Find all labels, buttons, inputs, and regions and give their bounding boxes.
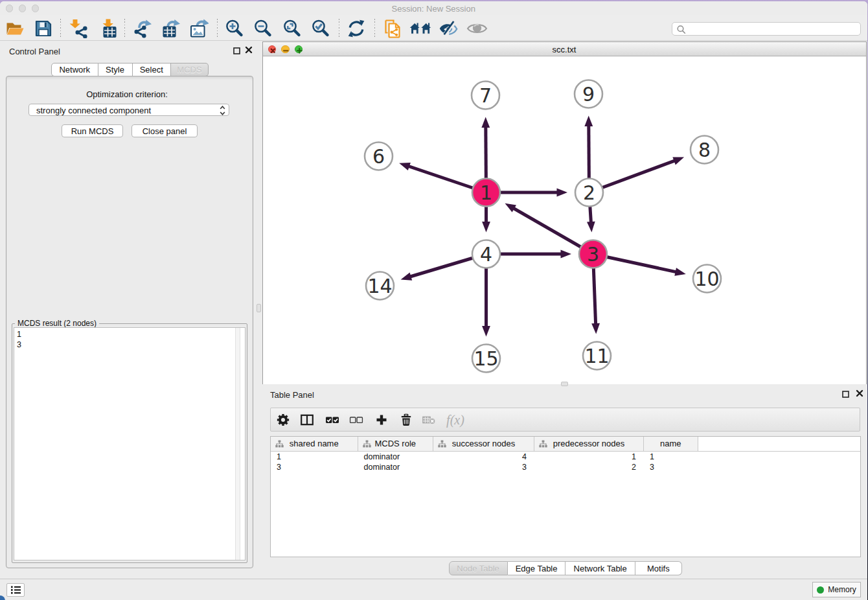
table-cell[interactable]: dominator	[364, 462, 434, 472]
node-label-4: 4	[479, 242, 492, 265]
tab-node-table[interactable]: Node Table	[449, 561, 508, 575]
zoom-fit-icon	[282, 19, 302, 38]
table-settings-button[interactable]	[277, 413, 290, 426]
hierarchy-icon	[438, 440, 446, 448]
node-1[interactable]: 1	[472, 178, 500, 206]
control-panel-close-button[interactable]	[244, 45, 253, 54]
optimization-criterion-select[interactable]: strongly connected component	[29, 104, 229, 116]
show-panels-button[interactable]	[467, 18, 488, 39]
tab-mcds[interactable]: MCDS	[171, 63, 209, 76]
export-image-button[interactable]	[188, 18, 209, 39]
node-2[interactable]: 2	[575, 178, 603, 206]
clone-network-button[interactable]	[382, 18, 403, 39]
hide-panels-button[interactable]	[438, 18, 459, 39]
trash-icon	[400, 413, 412, 426]
checked-boxes-icon	[326, 416, 339, 424]
table-cell[interactable]: 3	[433, 462, 527, 472]
node-8[interactable]: 8	[691, 135, 718, 163]
search-box[interactable]	[672, 22, 861, 36]
open-session-button[interactable]	[5, 18, 25, 39]
add-column-button[interactable]	[376, 414, 387, 426]
table-cell[interactable]: 3	[277, 462, 358, 472]
tab-style[interactable]: Style	[98, 63, 133, 76]
table-panel-float-button[interactable]	[841, 389, 851, 398]
node-9[interactable]: 9	[575, 80, 602, 108]
column-header-name[interactable]: name	[644, 437, 698, 451]
node-table[interactable]: shared name MCDS role successor nodes pr…	[270, 436, 861, 557]
float-window-icon	[233, 47, 240, 54]
combo-value: strongly connected component	[36, 106, 151, 115]
table-cell[interactable]: 1	[650, 452, 698, 462]
deselect-all-rows-button[interactable]	[350, 416, 363, 424]
tab-select[interactable]: Select	[133, 63, 172, 76]
close-panel-button[interactable]: Close panel	[131, 124, 198, 137]
close-x-icon	[856, 389, 863, 397]
table-cell[interactable]: 1	[534, 452, 636, 462]
toolbar-separator	[60, 19, 61, 37]
mcds-result-title: MCDS result (2 nodes)	[15, 319, 99, 328]
table-cell[interactable]: 4	[433, 452, 527, 462]
control-panel-float-button[interactable]	[232, 46, 241, 55]
search-input[interactable]	[688, 23, 856, 35]
zoom-selected-button[interactable]	[310, 18, 331, 39]
home-button[interactable]	[410, 18, 431, 39]
arrowhead-3-1	[505, 203, 516, 212]
zoom-fit-button[interactable]	[282, 18, 303, 39]
column-header-successor-nodes[interactable]: successor nodes	[433, 437, 534, 451]
table-cell[interactable]: 1	[277, 452, 358, 462]
mcds-result-lines: 1 3	[17, 329, 21, 350]
node-3[interactable]: 3	[579, 240, 607, 268]
zoom-out-button[interactable]	[253, 18, 273, 39]
column-header-predecessor-nodes[interactable]: predecessor nodes	[534, 437, 644, 451]
run-mcds-button[interactable]: Run MCDS	[62, 124, 123, 137]
table-panel-close-button[interactable]	[855, 389, 864, 398]
tab-edge-table[interactable]: Edge Table	[508, 561, 566, 575]
eye-icon	[466, 19, 488, 38]
vertical-split-handle[interactable]	[257, 304, 261, 312]
tab-network-table[interactable]: Network Table	[565, 561, 635, 575]
node-15[interactable]: 15	[472, 344, 500, 372]
network-canvas[interactable]: 7 9 6 8 1 2 4 3 14 10 15 11	[263, 57, 866, 384]
memory-button[interactable]: Memory	[812, 582, 861, 597]
node-10[interactable]: 10	[693, 264, 721, 292]
select-all-rows-button[interactable]	[326, 416, 339, 424]
table-cell[interactable]: 2	[534, 462, 636, 472]
mcds-result-textarea[interactable]: 1 3	[14, 327, 246, 560]
column-header-MCDS-role[interactable]: MCDS role	[358, 437, 434, 451]
node-4[interactable]: 4	[472, 240, 500, 268]
status-bar: Memory	[0, 579, 867, 600]
node-14[interactable]: 14	[366, 271, 394, 299]
delete-column-button[interactable]	[400, 413, 412, 426]
zoom-in-icon	[225, 19, 244, 38]
node-7[interactable]: 7	[472, 81, 499, 109]
export-table-button[interactable]	[160, 18, 181, 39]
node-label-7: 7	[479, 84, 491, 106]
horizontal-split-handle[interactable]	[561, 382, 568, 386]
node-6[interactable]: 6	[365, 142, 393, 170]
zoom-in-button[interactable]	[224, 18, 245, 39]
split-columns-icon	[301, 414, 314, 426]
export-network-button[interactable]	[132, 18, 153, 39]
show-columns-button[interactable]	[301, 414, 314, 426]
refresh-arrows-icon	[347, 19, 366, 38]
save-session-button[interactable]	[33, 18, 54, 39]
import-network-button[interactable]	[68, 18, 89, 39]
delete-table-icon	[422, 415, 436, 425]
refresh-button[interactable]	[346, 18, 367, 39]
table-cell[interactable]: 3	[650, 462, 698, 472]
tab-motifs[interactable]: Motifs	[635, 561, 682, 575]
node-11[interactable]: 11	[583, 341, 611, 369]
tab-network[interactable]: Network	[51, 63, 98, 76]
arrowhead-1-2	[556, 188, 567, 196]
table-cell[interactable]: dominator	[364, 452, 434, 462]
node-label-9: 9	[582, 82, 594, 105]
open-folder-icon	[5, 19, 25, 38]
column-label: name	[660, 439, 681, 448]
import-table-button[interactable]	[98, 18, 119, 39]
mcds-result-scrollbar[interactable]	[235, 328, 240, 560]
node-label-10: 10	[694, 267, 719, 290]
network-window-titlebar[interactable]: scc.txt	[263, 42, 866, 56]
export-image-icon	[189, 19, 209, 38]
column-header-shared-name[interactable]: shared name	[271, 437, 358, 451]
task-history-button[interactable]	[6, 583, 25, 597]
